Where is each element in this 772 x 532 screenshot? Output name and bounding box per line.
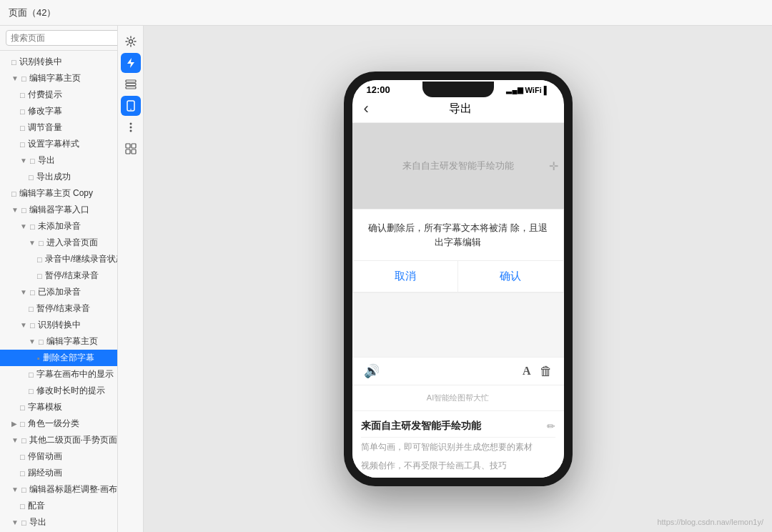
svg-rect-3: [126, 87, 136, 89]
page-icon: □: [21, 206, 26, 215]
page-icon-active: ▪: [37, 354, 40, 363]
svg-point-5: [130, 109, 132, 110]
component-button[interactable]: [121, 139, 141, 159]
sidebar-item-editor-titlebar[interactable]: ▼ □ 编辑器标题栏调整·画布: [0, 481, 117, 498]
page-icon: □: [30, 288, 35, 297]
sidebar-item-label: 字幕模板: [28, 401, 62, 413]
settings-button[interactable]: [121, 31, 141, 51]
status-time: 12:00: [367, 84, 390, 95]
sidebar-item-label: 编辑字幕主页 Copy: [19, 187, 93, 200]
svg-point-8: [129, 130, 132, 132]
image-placeholder-text: 来自自主研发智能手绘功能: [402, 159, 514, 172]
sidebar-item-subtitle-template[interactable]: □ 字幕模板: [0, 399, 117, 415]
page-icon: □: [20, 91, 25, 99]
sidebar-item-editor-home[interactable]: ▼ □ 编辑字幕主页: [0, 70, 117, 87]
dialog-cancel-button[interactable]: 取消: [353, 261, 459, 292]
sidebar-item-canvas-display[interactable]: □ 字幕在画布中的显示: [0, 366, 117, 383]
sidebar-item-modify-sub[interactable]: □ 修改字幕: [0, 103, 117, 119]
svg-point-0: [129, 40, 132, 44]
sidebar-item-export-2[interactable]: ▼ □ 导出: [0, 514, 117, 531]
sidebar-item-recorded[interactable]: ▼ □ 已添加录音: [0, 284, 117, 300]
nav-title: 导出: [449, 102, 472, 117]
content-edit-icon[interactable]: ✏: [547, 420, 555, 432]
chevron-icon: ▶: [11, 420, 17, 428]
sidebar-item-roles[interactable]: ▶ □ 角色一级分类: [0, 415, 117, 432]
sidebar-item-label: 修改时长时的提示: [36, 385, 105, 397]
sidebar-item-delete-all[interactable]: ▪ 删除全部字幕: [0, 350, 117, 366]
search-input[interactable]: [6, 30, 118, 46]
sidebar-item-export-success[interactable]: □ 导出成功: [0, 169, 117, 185]
dialog-area: 确认删除后，所有字幕文本将被清 除，且退出字幕编辑 取消 确认: [352, 209, 564, 293]
page-icon: □: [20, 502, 25, 511]
sidebar-item-label: 修改字幕: [28, 105, 62, 117]
nav-back-button[interactable]: ‹: [364, 99, 369, 118]
content-desc2: 视频创作，不再受限于绘画工具、技巧: [361, 456, 555, 475]
chevron-icon: ▼: [20, 288, 27, 296]
svg-point-7: [129, 127, 132, 129]
phone-mockup: 12:00 ▂▄▆ WiFi ▌ ‹ 导出: [344, 72, 573, 486]
sidebar-item-export[interactable]: ▼ □ 导出: [0, 152, 117, 169]
page-icon: □: [37, 272, 42, 280]
sidebar-item-recognizing[interactable]: ▼ □ 识别转换中: [0, 317, 117, 333]
dialog-box: 确认删除后，所有字幕文本将被清 除，且退出字幕编辑 取消 确认: [352, 209, 564, 293]
page-icon: □: [29, 305, 34, 313]
page-icon: □: [21, 486, 26, 494]
dialog-message: 确认删除后，所有字幕文本将被清 除，且退出字幕编辑: [353, 210, 563, 261]
sidebar-item-payment[interactable]: □ 付费提示: [0, 87, 117, 103]
svg-rect-12: [132, 149, 136, 154]
sidebar-item-dubbing[interactable]: □ 配音: [0, 498, 117, 514]
sidebar-tree: □ 识别转换中 ▼ □ 编辑字幕主页 □ 付费提示 □ 修改字幕 □ 调节音量 …: [0, 51, 117, 532]
sidebar-item-pause-end[interactable]: □ 暂停/结束录音: [0, 300, 117, 317]
delete-icon[interactable]: 🗑: [540, 364, 553, 379]
phone-nav: ‹ 导出: [352, 95, 564, 123]
content-desc1: 简单勾画，即可智能识别并生成您想要的素材: [361, 438, 555, 456]
bottom-icons-right: A 🗑: [523, 364, 553, 379]
layers-button[interactable]: [121, 74, 141, 94]
chevron-icon: ▼: [29, 239, 36, 247]
phone-bottom-bar: 🔊 A 🗑: [352, 357, 564, 385]
page-icon: □: [29, 387, 34, 395]
sidebar-item-adjust-vol[interactable]: □ 调节音量: [0, 119, 117, 136]
sidebar-item-pause-recording[interactable]: □ 暂停/结束录音: [0, 267, 117, 284]
phone-button[interactable]: [121, 96, 141, 116]
sidebar-item-label: 设置字幕样式: [28, 138, 79, 150]
page-icon: □: [30, 157, 35, 165]
sidebar-item-not-recorded[interactable]: ▼ □ 未添加录音: [0, 218, 117, 235]
ai-hint: AI智能绘图帮大忙: [361, 390, 555, 406]
sidebar-item-trigger-anim[interactable]: □ 踢经动画: [0, 465, 117, 481]
image-placeholder: 来自自主研发智能手绘功能 ✛: [352, 123, 564, 209]
sidebar-item-modify-hint[interactable]: □ 修改时长时的提示: [0, 383, 117, 399]
volume-icon[interactable]: 🔊: [364, 363, 380, 379]
sidebar-item-gesture-pages[interactable]: ▼ □ 其他二级页面·手势页面: [0, 432, 117, 448]
sidebar-item-set-style[interactable]: □ 设置字幕样式: [0, 136, 117, 152]
top-bar: 页面（42）: [0, 0, 772, 26]
dialog-confirm-button[interactable]: 确认: [458, 261, 563, 292]
sidebar-item-pause-anim[interactable]: □ 停留动画: [0, 448, 117, 465]
flash-button[interactable]: [121, 53, 141, 73]
sidebar-item-label: 配音: [28, 500, 45, 512]
page-icon: □: [30, 321, 35, 330]
sidebar-item-editor-home-2[interactable]: ▼ □ 编辑字幕主页: [0, 333, 117, 350]
page-icon: □: [20, 453, 25, 461]
sidebar-item-enter-recording[interactable]: ▼ □ 进入录音页面: [0, 235, 117, 251]
sidebar-item-label: 其他二级页面·手势页面: [29, 434, 117, 446]
sidebar-item-editor-entry[interactable]: ▼ □ 编辑器字幕入口: [0, 202, 117, 218]
battery-icon: ▌: [544, 86, 550, 94]
page-icon: □: [20, 403, 25, 412]
sidebar-item-editor-copy[interactable]: □ 编辑字幕主页 Copy: [0, 185, 117, 202]
sidebar-item-label: 字幕在画布中的显示: [36, 368, 114, 380]
sidebar-item-label: 进入录音页面: [46, 237, 98, 249]
sidebar-item-recognize[interactable]: □ 识别转换中: [0, 54, 117, 70]
sidebar-item-label: 暂停/结束录音: [45, 270, 99, 282]
phone-notch: [422, 82, 494, 97]
text-icon[interactable]: A: [523, 365, 531, 378]
status-icons: ▂▄▆ WiFi ▌: [506, 86, 549, 94]
sidebar-item-label: 编辑器字幕入口: [29, 204, 89, 216]
content-title-row: 来面自主研发智能手绘功能 ✏: [361, 415, 555, 438]
sidebar-item-recording-status[interactable]: □ 录音中/继续录音状态: [0, 251, 117, 267]
page-icon: □: [20, 140, 25, 149]
right-toolbar: [118, 26, 144, 532]
more-button[interactable]: [121, 117, 141, 137]
svg-point-6: [129, 123, 132, 125]
sidebar-item-label: 未添加录音: [38, 220, 81, 232]
